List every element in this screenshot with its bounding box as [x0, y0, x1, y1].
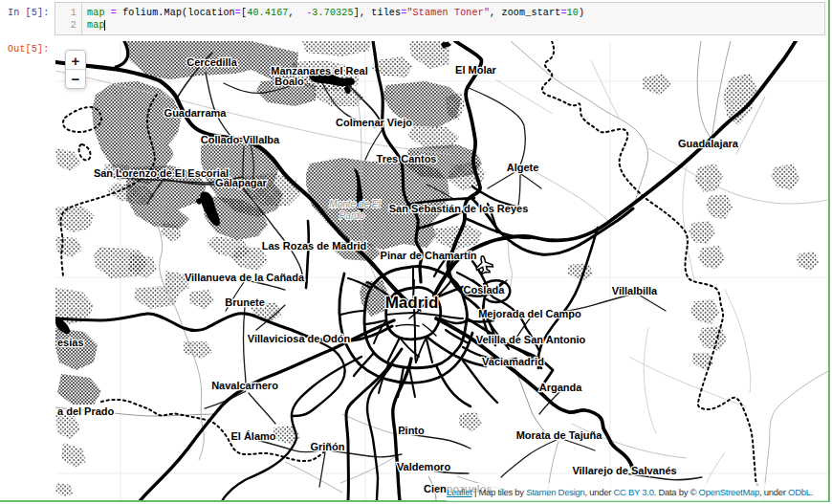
svg-text:Arganda: Arganda	[539, 382, 583, 393]
svg-text:San Lorenzo de El Escorial: San Lorenzo de El Escorial	[94, 167, 229, 179]
svg-text:Cercedilla: Cercedilla	[186, 56, 237, 68]
svg-text:Morata de Tajuña: Morata de Tajuña	[516, 429, 603, 441]
svg-text:Valdemoro: Valdemoro	[397, 461, 451, 472]
svg-text:Pinar de Chamartín: Pinar de Chamartín	[381, 250, 477, 261]
svg-text:Las Rozas de Madrid: Las Rozas de Madrid	[262, 240, 366, 252]
svg-text:Guadalajara: Guadalajara	[678, 138, 739, 149]
svg-text:El Molar: El Molar	[455, 64, 497, 76]
svg-text:Collado-Villalba: Collado-Villalba	[201, 134, 280, 145]
svg-text:Manzanares el Real: Manzanares el Real	[271, 65, 368, 77]
svg-text:Algete: Algete	[507, 162, 539, 173]
svg-text:Madrid: Madrid	[385, 294, 439, 312]
svg-text:San Sebastián de los Reyes: San Sebastián de los Reyes	[389, 203, 529, 214]
svg-text:Coslada: Coslada	[464, 284, 506, 296]
svg-text:a del Prado: a del Prado	[57, 405, 115, 417]
svg-text:Villarejo de Salvanés: Villarejo de Salvanés	[572, 465, 676, 476]
svg-text:Villanueva de la Cañada: Villanueva de la Cañada	[185, 272, 305, 283]
svg-text:Vaciamadrid: Vaciamadrid	[482, 356, 544, 367]
svg-text:Guadarrama: Guadarrama	[164, 107, 228, 119]
svg-text:Mejorada del Campo: Mejorada del Campo	[478, 308, 581, 319]
svg-text:Boalo: Boalo	[274, 76, 304, 87]
svg-text:Velilla de San Antonio: Velilla de San Antonio	[476, 334, 586, 345]
svg-text:Griñón: Griñón	[310, 441, 344, 452]
svg-text:Navalcarnero: Navalcarnero	[211, 380, 278, 391]
svg-text:Tres Cantos: Tres Cantos	[377, 153, 437, 164]
svg-text:Pardo: Pardo	[339, 210, 365, 221]
svg-text:Galapagar: Galapagar	[215, 177, 268, 188]
svg-text:El Álamo: El Álamo	[230, 430, 275, 442]
svg-text:Villalbilla: Villalbilla	[612, 285, 658, 296]
svg-text:esias: esias	[57, 337, 84, 348]
svg-text:Monte de El: Monte de El	[329, 199, 381, 209]
svg-text:Villaviciosa de Odón: Villaviciosa de Odón	[248, 333, 351, 344]
svg-text:Pinto: Pinto	[398, 425, 425, 436]
svg-text:Colmenar Viejo: Colmenar Viejo	[336, 117, 412, 128]
svg-text:Brunete: Brunete	[225, 296, 265, 308]
